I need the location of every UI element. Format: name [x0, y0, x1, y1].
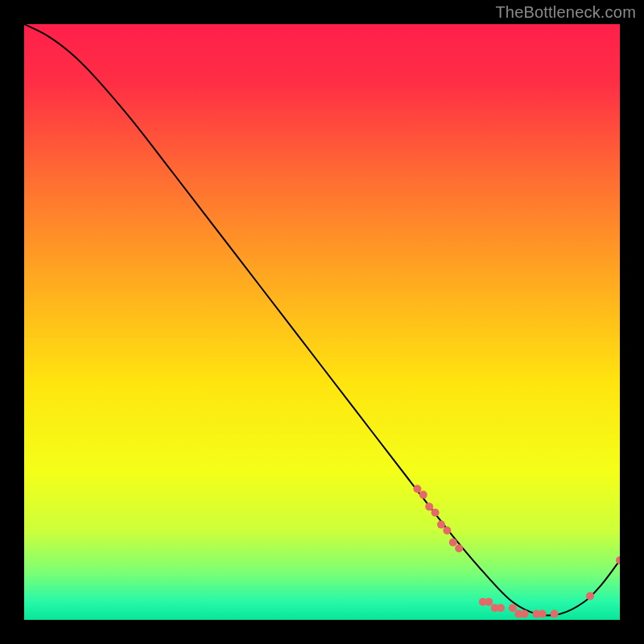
data-marker: [425, 502, 433, 510]
data-marker: [521, 610, 529, 618]
plot-area: [24, 24, 620, 620]
data-marker: [539, 610, 547, 618]
data-marker: [419, 491, 427, 499]
data-marker: [431, 509, 440, 517]
data-marker: [413, 485, 421, 493]
data-marker: [509, 604, 517, 612]
attribution-text: TheBottleneck.com: [495, 3, 636, 22]
gradient-background: [24, 24, 620, 620]
data-marker: [449, 539, 457, 547]
data-marker: [437, 521, 445, 529]
data-marker: [455, 544, 463, 552]
chart-svg: [24, 24, 620, 620]
data-marker: [443, 526, 451, 535]
chart-container: TheBottleneck.com: [0, 0, 644, 644]
data-marker: [485, 598, 493, 606]
data-marker: [551, 610, 559, 618]
data-marker: [586, 592, 594, 600]
data-marker: [497, 604, 505, 612]
